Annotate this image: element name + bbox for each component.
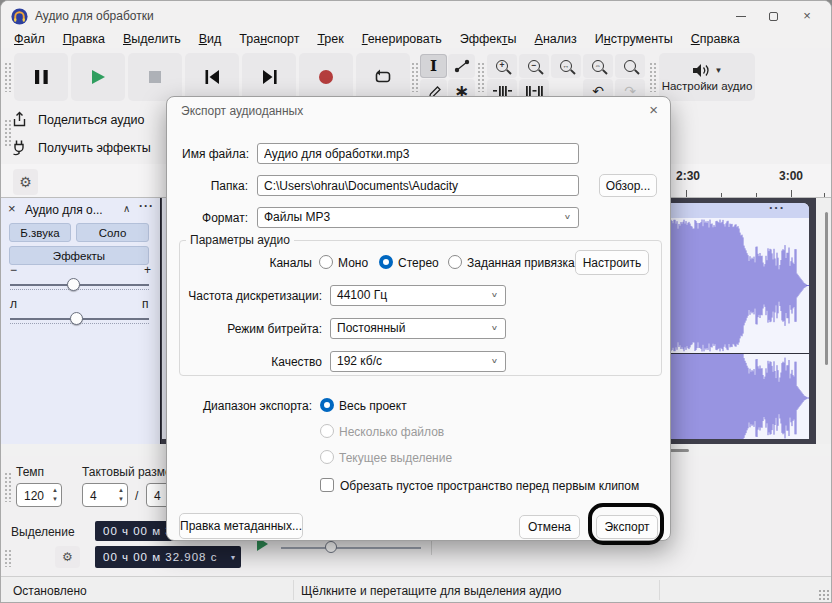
toolbar-grip[interactable]: [4, 472, 11, 502]
trim-blank-space-checkbox[interactable]: [320, 478, 334, 492]
pan-left-label: л: [10, 297, 17, 311]
stop-button[interactable]: [128, 53, 182, 101]
play-button[interactable]: [71, 53, 125, 101]
maximize-button[interactable]: [758, 5, 788, 27]
track-collapse-icon[interactable]: ∧: [123, 203, 130, 214]
solo-button[interactable]: Соло: [76, 223, 149, 242]
spinner-arrows-icon[interactable]: ▲▼: [118, 486, 124, 504]
multiple-files-radio[interactable]: [320, 424, 334, 438]
toolbar-grip[interactable]: [477, 62, 484, 92]
ruler-label: 3:00: [779, 169, 803, 183]
share-audio-button[interactable]: Поделиться аудио: [11, 106, 163, 133]
play-speed-slider-track[interactable]: [281, 547, 421, 549]
format-label: Формат:: [182, 211, 248, 225]
speaker-icon: [692, 63, 710, 78]
horizontal-scrollbar-thumb[interactable]: [669, 449, 689, 452]
gear-icon: ⚙: [19, 174, 32, 190]
selection-label: Выделение: [11, 525, 75, 539]
whole-project-radio[interactable]: [320, 398, 334, 412]
statusbar-divider: [659, 580, 660, 600]
menu-tools[interactable]: Инструменты: [586, 31, 682, 48]
folder-input[interactable]: [257, 175, 579, 196]
gain-slider-thumb[interactable]: [67, 278, 80, 291]
clip-menu-icon[interactable]: ···: [769, 203, 785, 215]
get-effects-button[interactable]: Получить эффекты: [11, 134, 163, 161]
play-speed-slider-thumb[interactable]: [325, 541, 337, 553]
configure-button[interactable]: Настроить: [575, 250, 649, 275]
custom-mapping-radio[interactable]: [448, 255, 462, 269]
export-range-label: Диапазон экспорта:: [167, 399, 312, 413]
resize-grip[interactable]: [818, 589, 830, 601]
cancel-button[interactable]: Отмена: [519, 515, 580, 539]
mute-button[interactable]: Б.звука: [9, 223, 71, 242]
fit-project-button[interactable]: ⇔: [583, 54, 613, 78]
skip-to-start-button[interactable]: [185, 53, 239, 101]
current-selection-radio[interactable]: [320, 450, 334, 464]
menu-generate[interactable]: Генерировать: [353, 31, 451, 48]
menu-analyze[interactable]: Анализ: [526, 31, 586, 48]
chevron-down-icon: ∨: [491, 357, 498, 365]
format-select[interactable]: Файлы MP3∨: [257, 207, 579, 228]
track-menu-icon[interactable]: ···: [139, 199, 154, 213]
bitrate-mode-select[interactable]: Постоянный∨: [330, 318, 506, 339]
chevron-down-icon: ∨: [564, 213, 571, 221]
record-icon: [318, 69, 334, 85]
spinner-arrows-icon[interactable]: ▲▼: [52, 486, 58, 504]
audio-setup-button[interactable]: ▼ Настройки аудио: [659, 53, 755, 101]
menu-effects[interactable]: Эффекты: [451, 31, 526, 48]
record-button[interactable]: [299, 53, 353, 101]
selection-options-button[interactable]: ⚙: [55, 546, 80, 568]
toolbar-grip[interactable]: [4, 62, 11, 92]
timeline-options-button[interactable]: ⚙: [13, 169, 38, 195]
dialog-close-icon[interactable]: ×: [649, 101, 658, 118]
fit-selection-button[interactable]: ↔: [551, 54, 581, 78]
stop-icon: [148, 70, 162, 84]
close-button[interactable]: ×: [792, 5, 822, 27]
tempo-spinner[interactable]: 120 ▲▼: [16, 483, 62, 507]
zoom-in-icon: +: [496, 60, 508, 72]
ruler-tick: [824, 193, 825, 197]
zoom-in-button[interactable]: +: [487, 54, 517, 78]
track-effects-button[interactable]: Эффекты: [9, 246, 149, 265]
loop-icon: [374, 69, 392, 86]
vertical-scrollbar-thumb[interactable]: [825, 212, 828, 365]
minimize-button[interactable]: [726, 5, 756, 27]
menu-select[interactable]: Выделить: [114, 31, 190, 48]
export-dialog: Экспорт аудиоданных × Имя файла: Папка: …: [166, 96, 671, 541]
quality-select[interactable]: 192 кб/с∨: [330, 351, 506, 372]
selection-end-field[interactable]: 00 ч 00 м 32.908 с ▾: [95, 546, 241, 568]
loop-button[interactable]: [356, 53, 410, 101]
toolbar-grip[interactable]: [4, 549, 11, 567]
stereo-radio[interactable]: [379, 255, 393, 269]
menu-tracks[interactable]: Трек: [308, 31, 352, 48]
edit-metadata-button[interactable]: Правка метаданных...: [179, 513, 303, 539]
menu-edit[interactable]: Правка: [54, 31, 114, 48]
vertical-scrollbar[interactable]: [816, 198, 832, 444]
time-signature-upper-spinner[interactable]: 4 ▲▼: [82, 483, 128, 507]
menu-view[interactable]: Вид: [190, 31, 231, 48]
zoom-out-button[interactable]: −: [519, 54, 549, 78]
pause-button[interactable]: [14, 53, 68, 101]
skip-to-end-button[interactable]: [242, 53, 296, 101]
toolbar-grip[interactable]: [649, 62, 656, 92]
filename-input[interactable]: [257, 143, 579, 164]
sample-rate-select[interactable]: 44100 Гц∨: [330, 285, 506, 306]
toolbar-grip[interactable]: [411, 62, 418, 92]
ruler-tick: [721, 193, 722, 197]
menu-help[interactable]: Справка: [682, 31, 749, 48]
zoom-toggle-button[interactable]: [615, 54, 645, 78]
fit-selection-icon: ↔: [560, 60, 572, 72]
track-title[interactable]: Аудио для о...: [25, 203, 103, 217]
track-close-icon[interactable]: ×: [8, 201, 16, 216]
ruler-label: 2:30: [676, 169, 700, 183]
ruler-tick: [756, 193, 757, 197]
menu-transport[interactable]: Транспорт: [230, 31, 308, 48]
selection-tool-button[interactable]: I: [420, 54, 447, 78]
pan-slider-thumb[interactable]: [70, 312, 83, 325]
mono-radio[interactable]: [319, 255, 333, 269]
tempo-label: Темп: [16, 465, 44, 479]
toolbar-grip[interactable]: [4, 119, 11, 147]
menu-file[interactable]: Файл: [5, 31, 54, 48]
envelope-tool-button[interactable]: [448, 54, 475, 78]
browse-button[interactable]: Обзор...: [599, 174, 657, 197]
